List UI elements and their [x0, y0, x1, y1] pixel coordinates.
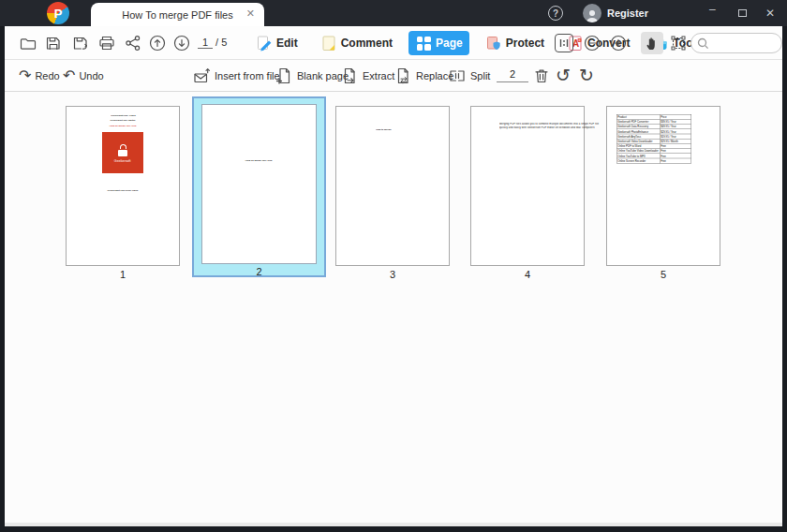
page-indicator: 1 / 5 [198, 37, 227, 49]
page-number-input[interactable]: 1 [198, 37, 213, 49]
page-1-preview: Geekersoft PDF Video Geekersoft PDF Edit… [66, 106, 180, 266]
page-4-preview: Merging PDF files allows you to combine … [470, 106, 585, 266]
register-button[interactable]: Register [583, 4, 648, 22]
help-icon[interactable]: ? [548, 6, 563, 21]
rotate-left-button[interactable]: ↺ [556, 66, 571, 85]
split-button[interactable]: Split [448, 66, 490, 85]
share-button[interactable] [124, 34, 142, 52]
app-window: 1 / 5 Edit Comment Page [5, 26, 782, 526]
main-toolbar: 1 / 5 Edit Comment Page [5, 26, 782, 60]
lock-icon [120, 144, 126, 149]
redo-button[interactable]: ↷ Redo [19, 66, 60, 85]
page-thumbnail-3[interactable]: How to merge 3 [335, 106, 450, 280]
save-as-button[interactable] [71, 34, 90, 52]
page-thumbnail-4[interactable]: Merging PDF files allows you to combine … [470, 106, 585, 280]
page-thumbnail-2-selected[interactable]: How To merge PDF files 2 [192, 96, 326, 277]
marquee-select-icon [669, 34, 688, 52]
share-icon [124, 34, 142, 52]
tab-label: Comment [341, 37, 393, 50]
tab-protect[interactable]: Protect [479, 31, 551, 55]
select-object-button[interactable] [669, 34, 688, 52]
undo-icon: ↶ [63, 67, 75, 84]
page-number-label: 4 [470, 269, 585, 280]
page-number-label: 3 [335, 269, 450, 280]
extract-button[interactable]: Extract [340, 66, 394, 85]
plus-circle-icon [609, 34, 628, 52]
table-row: Online Screen RecorderFree [616, 158, 690, 163]
blank-page-icon [275, 66, 293, 85]
tab-edit[interactable]: Edit [249, 31, 304, 55]
mode-tabs: Edit Comment Page Protect [249, 31, 703, 55]
previous-page-button[interactable] [148, 34, 167, 52]
minimize-button[interactable]: – [709, 3, 716, 16]
tab-label: Page [436, 37, 463, 50]
edit-pencil-icon [256, 35, 273, 52]
search-box[interactable] [690, 33, 782, 53]
rotate-left-icon: ↺ [556, 66, 571, 85]
arrow-up-circle-icon [148, 34, 167, 52]
replace-button[interactable]: Replace [394, 66, 453, 85]
page-number-label: 5 [606, 269, 720, 280]
tab-close-icon[interactable]: ✕ [246, 7, 255, 20]
hand-icon [645, 36, 660, 51]
page-separator: / [215, 37, 218, 48]
tab-label: Protect [506, 37, 544, 50]
page-grid-icon [415, 35, 432, 52]
print-button[interactable] [97, 34, 116, 52]
search-input[interactable] [713, 37, 779, 49]
geekersoft-logo: Geekersoft [102, 132, 143, 173]
avatar-icon [583, 4, 601, 22]
trash-icon [532, 66, 551, 85]
page-total-label: 5 [221, 37, 227, 48]
tab-label: Edit [276, 37, 298, 50]
insert-from-file-button[interactable]: Insert from file [192, 66, 280, 85]
search-icon [697, 37, 709, 50]
zoom-in-button[interactable] [609, 34, 628, 52]
undo-button[interactable]: ↶ Undo [63, 66, 104, 85]
hand-tool-button[interactable] [641, 32, 663, 54]
page-thumbnail-1[interactable]: Geekersoft PDF Video Geekersoft PDF Edit… [66, 106, 180, 280]
titlebar: P Home How To merge PDF files ✕ ? Regist… [0, 0, 787, 26]
open-file-button[interactable] [19, 34, 37, 52]
rotate-right-button[interactable]: ↻ [579, 66, 594, 85]
redo-icon: ↷ [19, 67, 31, 84]
app-logo-icon[interactable]: P [47, 2, 69, 24]
minus-circle-icon [583, 34, 601, 52]
maximize-icon [738, 9, 747, 17]
print-icon [97, 34, 116, 52]
page-thumbnail-5[interactable]: ProductPriceGeekersoft PDF Converter$39.… [606, 106, 720, 280]
maximize-button[interactable] [738, 7, 747, 17]
tab-comment[interactable]: Comment [314, 31, 399, 55]
svg-text:x: x [578, 38, 580, 42]
page5-table: ProductPriceGeekersoft PDF Converter$39.… [616, 114, 691, 164]
save-as-icon [71, 34, 90, 52]
replace-page-icon [394, 66, 412, 85]
insert-file-icon [192, 66, 211, 85]
save-button[interactable] [44, 34, 63, 52]
tab-page[interactable]: Page [408, 31, 469, 55]
arrow-down-circle-icon [172, 34, 191, 52]
fit-page-button[interactable] [555, 34, 573, 52]
actual-size-icon [557, 37, 571, 50]
folder-icon [19, 34, 37, 52]
split-pages-icon [448, 66, 467, 85]
next-page-button[interactable] [172, 34, 191, 52]
register-label: Register [607, 7, 648, 19]
delete-page-button[interactable] [532, 66, 551, 85]
close-button[interactable]: ✕ [765, 7, 775, 20]
document-tab[interactable]: How To merge PDF files ✕ [91, 3, 264, 26]
page-3-preview: How to merge [335, 106, 450, 266]
tab-title: How To merge PDF files [122, 9, 232, 21]
protect-shield-icon [485, 35, 502, 52]
page-number-label: 2 [194, 266, 324, 277]
extract-page-icon [340, 66, 359, 85]
rotate-right-icon: ↻ [579, 66, 594, 85]
zoom-out-button[interactable] [583, 34, 601, 52]
save-icon [44, 34, 63, 52]
page-number-label: 1 [66, 269, 180, 280]
page-2-preview: How To merge PDF files [201, 104, 317, 264]
comment-note-icon [320, 35, 337, 52]
blank-page-button[interactable]: Blank page [275, 66, 349, 85]
split-count-input[interactable]: 2 [497, 68, 528, 82]
thumbnail-canvas: Geekersoft PDF Video Geekersoft PDF Edit… [5, 92, 782, 523]
